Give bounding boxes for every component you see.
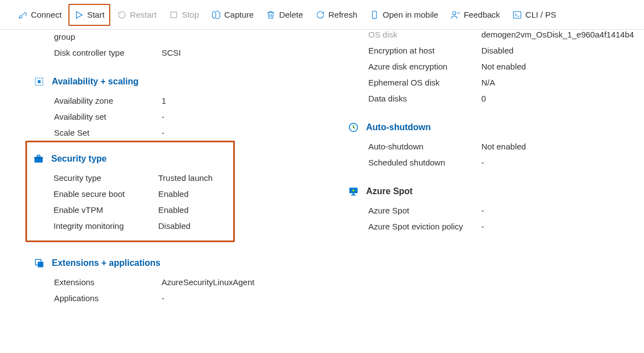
- cli-ps-button[interactable]: CLI / PS: [507, 5, 562, 25]
- kv-row: Encryption at hostDisabled: [368, 42, 634, 58]
- kv-row: Applications-: [54, 290, 358, 306]
- monitor-icon: [346, 186, 361, 197]
- kv-value: -: [162, 293, 358, 303]
- restart-button: Restart: [111, 5, 162, 25]
- extensions-list: ExtensionsAzureSecurityLinuxAgent Applic…: [32, 274, 358, 306]
- cli-ps-label: CLI / PS: [525, 10, 556, 19]
- section-title: Auto-shutdown: [366, 122, 431, 132]
- svg-rect-10: [38, 262, 44, 268]
- kv-value: Disabled: [158, 221, 229, 231]
- property-body: group Disk controller type SCSI Availabi…: [0, 30, 644, 306]
- kv-row: Azure Spot-: [368, 202, 634, 218]
- kv-label: Azure disk encryption: [368, 62, 481, 71]
- svg-rect-14: [351, 195, 356, 196]
- section-extensions[interactable]: Extensions + applications: [32, 258, 358, 269]
- section-security[interactable]: Security type: [31, 153, 229, 164]
- delete-label: Delete: [279, 10, 303, 19]
- cut-section-right: OS disk demogen2vm_OsDisk_1_e960a4f1414b…: [358, 26, 634, 106]
- section-availability[interactable]: Availability + scaling: [32, 76, 358, 87]
- section-title: Availability + scaling: [52, 77, 138, 87]
- capture-label: Capture: [224, 10, 254, 19]
- kv-label: Disk controller type: [54, 48, 162, 57]
- kv-row: Enable vTPMEnabled: [53, 202, 229, 218]
- kv-label: Encryption at host: [368, 46, 481, 55]
- kv-label: Azure Spot: [368, 206, 481, 215]
- trash-icon: [266, 10, 276, 20]
- svg-point-2: [453, 12, 456, 15]
- kv-value: AzureSecurityLinuxAgent: [162, 277, 358, 287]
- svg-point-15: [352, 189, 355, 191]
- kv-value: Not enabled: [481, 62, 634, 71]
- start-label: Start: [87, 10, 105, 19]
- kv-value: N/A: [481, 78, 634, 87]
- stop-label: Stop: [182, 10, 199, 19]
- kv-row: Enable secure bootEnabled: [53, 186, 229, 202]
- kv-label: Enable vTPM: [53, 205, 158, 215]
- kv-row: OS disk demogen2vm_OsDisk_1_e960a4f1414b…: [368, 26, 634, 42]
- kv-value: 0: [481, 94, 634, 103]
- availability-icon: [32, 76, 46, 87]
- feedback-button[interactable]: Feedback: [445, 5, 506, 25]
- kv-row: Data disks0: [368, 90, 634, 106]
- restart-icon: [117, 10, 127, 20]
- security-list: Security typeTrusted launch Enable secur…: [31, 170, 229, 234]
- kv-row: Scheduled shutdown-: [368, 154, 634, 170]
- security-highlight-box: Security type Security typeTrusted launc…: [25, 141, 235, 242]
- kv-label: Availability zone: [54, 96, 162, 105]
- kv-value: demogen2vm_OsDisk_1_e960a4f1414b4c968103…: [481, 30, 634, 39]
- kv-label: group: [54, 32, 162, 41]
- capture-button[interactable]: Capture: [206, 5, 259, 25]
- kv-row: Security typeTrusted launch: [53, 170, 229, 186]
- svg-rect-13: [352, 193, 354, 195]
- feedback-label: Feedback: [464, 10, 500, 19]
- feedback-icon: [450, 10, 460, 20]
- kv-label: Applications: [54, 293, 162, 303]
- kv-value: Trusted launch: [158, 173, 229, 183]
- extensions-icon: [32, 258, 46, 269]
- section-azurespot[interactable]: Azure Spot: [346, 186, 634, 197]
- autoshutdown-list: Auto-shutdownNot enabled Scheduled shutd…: [358, 138, 634, 170]
- section-autoshutdown[interactable]: Auto-shutdown: [346, 122, 634, 133]
- kv-row: group: [54, 29, 358, 45]
- kv-value: SCSI: [162, 48, 358, 57]
- kv-label: Security type: [53, 173, 158, 183]
- kv-value: -: [481, 158, 634, 167]
- kv-value: -: [162, 128, 358, 137]
- command-bar: Connect Start Restart Stop Capture Delet…: [0, 0, 644, 30]
- kv-label: Integrity monitoring: [53, 221, 158, 231]
- kv-value: -: [481, 206, 634, 215]
- kv-label: Extensions: [54, 277, 162, 287]
- kv-value: Not enabled: [481, 142, 634, 151]
- kv-value: -: [162, 112, 358, 121]
- cut-section-left: group Disk controller type SCSI: [32, 29, 358, 61]
- restart-label: Restart: [130, 10, 157, 19]
- kv-label: Ephemeral OS disk: [368, 78, 481, 87]
- kv-label: Scheduled shutdown: [368, 158, 481, 167]
- kv-value: Enabled: [158, 205, 229, 215]
- connect-button[interactable]: Connect: [12, 5, 67, 25]
- kv-row: Azure Spot eviction policy-: [368, 218, 634, 234]
- svg-rect-8: [37, 155, 40, 157]
- kv-label: OS disk: [368, 30, 481, 39]
- open-in-mobile-button[interactable]: Open in mobile: [364, 5, 444, 25]
- section-title: Azure Spot: [366, 186, 412, 196]
- play-icon: [74, 10, 84, 20]
- svg-rect-3: [513, 12, 521, 18]
- mobile-icon: [369, 10, 379, 20]
- azurespot-list: Azure Spot- Azure Spot eviction policy-: [358, 202, 634, 234]
- kv-value: Disabled: [481, 46, 634, 55]
- connect-label: Connect: [31, 10, 62, 19]
- refresh-icon: [315, 10, 325, 20]
- refresh-label: Refresh: [329, 10, 358, 19]
- stop-button: Stop: [163, 5, 205, 25]
- start-button[interactable]: Start: [68, 4, 110, 26]
- kv-value: Enabled: [158, 189, 229, 199]
- delete-button[interactable]: Delete: [260, 5, 308, 25]
- kv-value: 1: [162, 96, 358, 105]
- kv-row: ExtensionsAzureSecurityLinuxAgent: [54, 274, 358, 290]
- kv-label: Enable secure boot: [53, 189, 158, 199]
- kv-row: Auto-shutdownNot enabled: [368, 138, 634, 154]
- plug-icon: [18, 10, 28, 20]
- refresh-button[interactable]: Refresh: [310, 5, 363, 25]
- right-column: OS disk demogen2vm_OsDisk_1_e960a4f1414b…: [358, 30, 634, 306]
